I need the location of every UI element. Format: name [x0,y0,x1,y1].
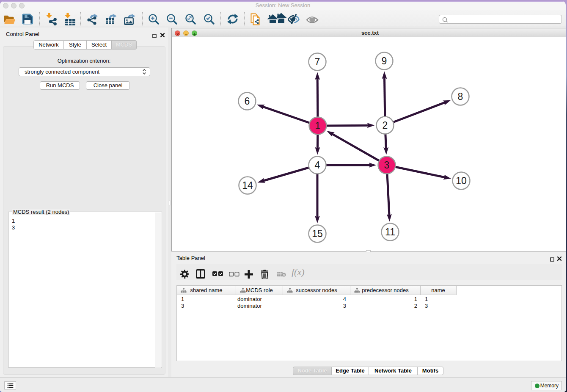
svg-text:15: 15 [312,228,323,239]
svg-text:8: 8 [458,91,463,102]
svg-text:10: 10 [456,175,467,186]
svg-text:6: 6 [245,96,250,107]
svg-text:9: 9 [382,55,387,66]
svg-text:2: 2 [383,120,388,131]
svg-text:11: 11 [385,226,395,237]
svg-text:3: 3 [384,160,390,171]
svg-text:4: 4 [315,160,320,171]
svg-text:7: 7 [315,56,320,67]
svg-text:1: 1 [315,120,321,131]
svg-text:14: 14 [242,180,253,191]
